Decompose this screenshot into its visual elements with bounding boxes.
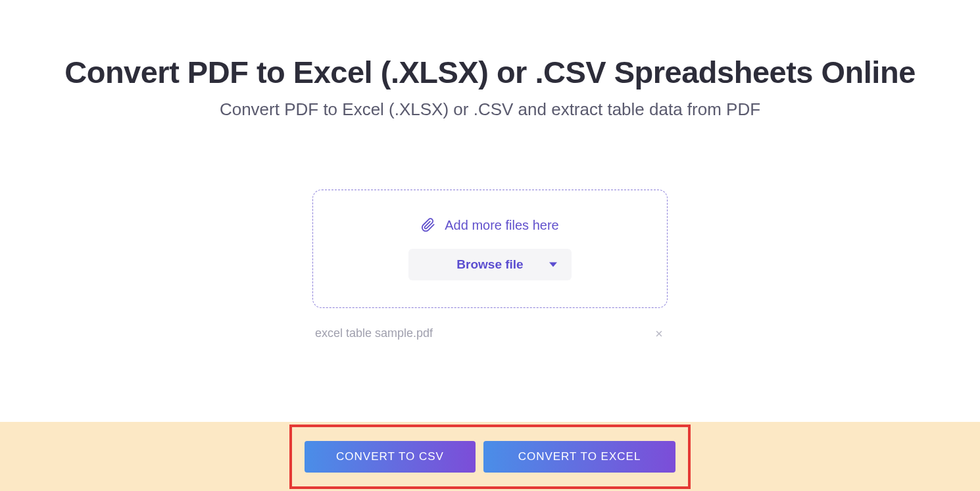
highlight-box: CONVERT TO CSV CONVERT TO EXCEL	[289, 425, 691, 489]
chevron-down-icon	[549, 262, 557, 267]
add-files-label: Add more files here	[445, 218, 558, 233]
paperclip-icon	[421, 218, 435, 232]
page-subtitle: Convert PDF to Excel (.XLSX) or .CSV and…	[0, 99, 980, 120]
page-title: Convert PDF to Excel (.XLSX) or .CSV Spr…	[0, 54, 980, 90]
browse-file-label: Browse file	[456, 257, 523, 272]
header-section: Convert PDF to Excel (.XLSX) or .CSV Spr…	[0, 0, 980, 120]
file-list: excel table sample.pdf	[0, 326, 980, 340]
dropzone-wrapper: Add more files here Browse file	[0, 190, 980, 308]
convert-to-excel-button[interactable]: CONVERT TO EXCEL	[483, 441, 675, 473]
action-bar: CONVERT TO CSV CONVERT TO EXCEL	[0, 422, 980, 491]
convert-to-csv-button[interactable]: CONVERT TO CSV	[305, 441, 476, 473]
file-dropzone[interactable]: Add more files here Browse file	[312, 190, 668, 308]
remove-file-button[interactable]	[653, 328, 665, 340]
browse-file-dropdown[interactable]: Browse file	[408, 249, 572, 280]
add-files-row: Add more files here	[421, 218, 558, 233]
file-row: excel table sample.pdf	[312, 326, 668, 340]
file-name: excel table sample.pdf	[315, 326, 433, 340]
